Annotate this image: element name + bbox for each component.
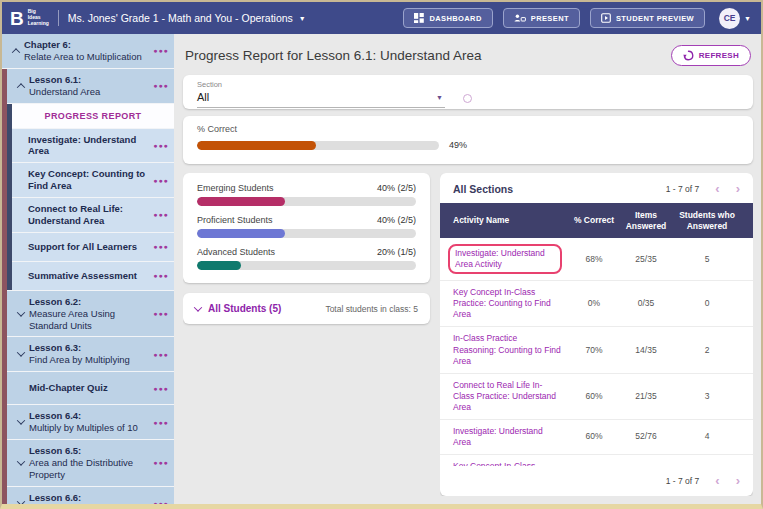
next-page-icon[interactable]: ›	[736, 474, 740, 487]
sidebar-item-chapter-6[interactable]: Chapter 6: Relate Area to Multiplication…	[2, 34, 174, 68]
activity-link[interactable]: Investigate: Understand Area	[453, 426, 570, 448]
items-answered-cell: 25/35	[618, 254, 674, 265]
percent-correct-cell: 0%	[570, 298, 618, 309]
group-bar-fill	[197, 229, 285, 238]
sidebar-item-mid-chapter-quiz[interactable]: Mid-Chapter Quiz ●●●	[7, 372, 174, 404]
more-options-icon[interactable]: ●●●	[152, 211, 170, 218]
students-answered-cell: 3	[674, 391, 740, 402]
items-answered-cell: 52/76	[618, 431, 674, 442]
group-bar-fill	[197, 261, 241, 270]
more-options-icon[interactable]: ●●●	[152, 243, 170, 250]
table-row: Investigate: Understand Area Activity 68…	[440, 238, 753, 281]
course-selector[interactable]: Ms. Jones' Grade 1 - Math and You - Oper…	[68, 12, 306, 24]
more-options-icon[interactable]: ●●●	[152, 82, 170, 89]
table-body: Investigate: Understand Area Activity 68…	[440, 238, 753, 466]
sidebar-item-lesson-6-3[interactable]: Lesson 6.3: Find Area by Multiplying ●●●	[7, 337, 174, 371]
more-options-icon[interactable]: ●●●	[152, 47, 170, 54]
table-row: In-Class Practice Reasoning: Counting to…	[440, 327, 753, 373]
sidebar-item-lesson-6-6[interactable]: Lesson 6.6: Find Areas of More Shapes ●●…	[7, 487, 174, 505]
group-value: 40% (2/5)	[377, 215, 416, 225]
expand-toggle[interactable]	[13, 419, 29, 425]
more-options-icon[interactable]: ●●●	[152, 272, 170, 279]
more-options-icon[interactable]: ●●●	[152, 385, 170, 392]
group-bar-track	[197, 197, 416, 206]
more-options-icon[interactable]: ●●●	[152, 142, 170, 149]
chapter-6-contents: Lesson 6.1: Understand Area ●●● PROGRESS…	[2, 69, 174, 504]
collapse-toggle[interactable]	[8, 48, 24, 54]
students-answered-cell: 2	[674, 345, 740, 356]
column-header-activity-name: Activity Name	[453, 215, 570, 226]
student-groups-card: Emerging Students 40% (2/5) Proficient S…	[183, 173, 430, 283]
all-students-expander[interactable]: All Students (5)	[195, 303, 281, 314]
percent-correct-cell: 60%	[570, 431, 618, 442]
group-value: 20% (1/5)	[377, 247, 416, 257]
chevron-down-icon	[17, 308, 25, 316]
refresh-button[interactable]: REFRESH	[671, 45, 751, 66]
column-header-items-answered: Items Answered	[618, 210, 674, 231]
sidebar-item-connect-real-life[interactable]: Connect to Real Life: Understand Area ●●…	[12, 198, 174, 232]
user-menu[interactable]: CE ▼	[719, 8, 751, 29]
student-preview-button-label: STUDENT PREVIEW	[616, 14, 694, 23]
present-button[interactable]: PRESENT	[503, 8, 580, 28]
table-row: Key Concept In-Class Practice: Counting …	[440, 281, 753, 327]
chapter-navigation-sidebar: Chapter 6: Relate Area to Multiplication…	[2, 34, 174, 504]
table-header-row: Activity Name % Correct Items Answered S…	[440, 203, 753, 238]
percent-correct-label: % Correct	[197, 124, 739, 134]
chevron-down-icon	[17, 416, 25, 424]
section-select-value: All	[197, 91, 209, 103]
group-label: Advanced Students	[197, 247, 275, 257]
page-title: Progress Report for Lesson 6.1: Understa…	[185, 48, 481, 63]
sidebar-item-investigate[interactable]: Investigate: Understand Area ●●●	[12, 129, 174, 163]
sidebar-item-summative-assessment[interactable]: Summative Assessment ●●●	[12, 262, 174, 290]
main-content: Progress Report for Lesson 6.1: Understa…	[174, 34, 761, 504]
column-header-percent-correct: % Correct	[570, 215, 618, 226]
chevron-down-icon: ▼	[436, 94, 443, 101]
all-students-label: All Students (5)	[208, 303, 281, 314]
avatar: CE	[719, 8, 740, 29]
more-options-icon[interactable]: ●●●	[152, 459, 170, 466]
previous-page-icon[interactable]: ‹	[715, 474, 719, 487]
present-button-label: PRESENT	[531, 14, 569, 23]
expand-toggle[interactable]	[13, 500, 29, 504]
lesson-6-1-contents: PROGRESS REPORT Investigate: Understand …	[7, 104, 174, 290]
sidebar-item-lesson-6-4[interactable]: Lesson 6.4: Multiply by Multiples of 10 …	[7, 405, 174, 439]
emerging-students-group: Emerging Students 40% (2/5)	[197, 183, 416, 206]
expand-toggle[interactable]	[13, 460, 29, 466]
section-select[interactable]: All ▼	[197, 89, 445, 108]
sidebar-item-lesson-6-5[interactable]: Lesson 6.5: Area and the Distributive Pr…	[7, 440, 174, 486]
more-options-icon[interactable]: ●●●	[152, 500, 170, 504]
dashboard-button[interactable]: DASHBOARD	[403, 8, 492, 28]
items-answered-cell: 0/35	[618, 298, 674, 309]
sidebar-item-support-all-learners[interactable]: Support for All Learners ●●●	[12, 233, 174, 261]
percent-correct-value: 49%	[449, 140, 467, 150]
sidebar-item-label: Lesson 6.1: Understand Area	[29, 74, 152, 98]
activity-link[interactable]: Key Concept In-Class Practice: Counting …	[453, 287, 570, 320]
section-filter-card: Section All ▼	[183, 75, 753, 109]
chevron-up-icon	[12, 48, 20, 56]
dashboard-icon	[414, 13, 424, 23]
table-row: Investigate: Understand Area 60% 52/76 4	[440, 420, 753, 455]
column-header-students-answered: Students who Answered	[674, 210, 740, 231]
collapse-toggle[interactable]	[13, 83, 29, 89]
previous-page-icon[interactable]: ‹	[715, 182, 719, 195]
expand-toggle[interactable]	[13, 351, 29, 357]
group-label: Emerging Students	[197, 183, 274, 193]
activity-link[interactable]: Connect to Real Life In-Class Practice: …	[453, 380, 570, 413]
sidebar-item-lesson-6-2[interactable]: Lesson 6.2: Measure Area Using Standard …	[7, 291, 174, 337]
students-answered-cell: 5	[674, 254, 740, 265]
more-options-icon[interactable]: ●●●	[152, 310, 170, 317]
expand-toggle[interactable]	[13, 311, 29, 317]
more-options-icon[interactable]: ●●●	[152, 351, 170, 358]
activity-link-highlighted[interactable]: Investigate: Understand Area Activity	[448, 244, 562, 274]
more-options-icon[interactable]: ●●●	[152, 177, 170, 184]
top-navigation-bar: B Big Ideas Learning Ms. Jones' Grade 1 …	[2, 2, 761, 34]
student-preview-button[interactable]: STUDENT PREVIEW	[590, 8, 705, 28]
percent-correct-bar-track	[197, 141, 439, 150]
all-students-card: All Students (5) Total students in class…	[183, 293, 430, 324]
next-page-icon[interactable]: ›	[736, 182, 740, 195]
activity-link[interactable]: In-Class Practice Reasoning: Counting to…	[453, 333, 570, 366]
sidebar-item-key-concept[interactable]: Key Concept: Counting to Find Area ●●●	[12, 163, 174, 197]
more-options-icon[interactable]: ●●●	[152, 419, 170, 426]
sidebar-item-progress-report-selected[interactable]: PROGRESS REPORT	[12, 104, 174, 128]
sidebar-item-lesson-6-1[interactable]: Lesson 6.1: Understand Area ●●●	[7, 69, 174, 103]
